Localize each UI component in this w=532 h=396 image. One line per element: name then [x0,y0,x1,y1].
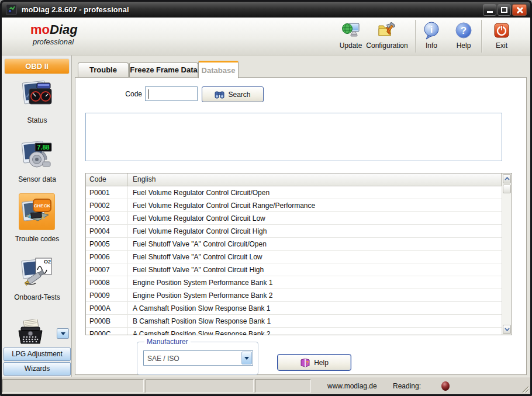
table-body: P0001Fuel Volume Regulator Control Circu… [86,186,502,335]
table-row[interactable]: P0002Fuel Volume Regulator Control Circu… [86,199,502,212]
sensor-data-icon[interactable]: 7.88 [20,138,53,171]
table-row[interactable]: P0007Fuel Shutoff Valve "A" Control Circ… [86,263,502,276]
scrollbar-thumb[interactable] [503,185,511,193]
help-toolbar-button[interactable]: ? Help [451,21,476,54]
sidebar-header-obd2[interactable]: OBD II [4,58,70,74]
table-row[interactable]: P000AA Camshaft Position Slow Response B… [86,302,502,315]
combobox-dropdown-button[interactable] [241,352,252,364]
info-button[interactable]: i Info [419,21,444,54]
manufacturer-selected-value: SAE / ISO [147,355,179,363]
cell-english: Engine Position System Performance Bank … [128,289,502,301]
configuration-button[interactable]: Configuration [364,21,410,54]
titlebar: moDiag 2.8.607 - professional [2,2,530,18]
app-icon[interactable] [6,4,17,15]
tab-trouble-codes[interactable]: Trouble codes [78,62,129,78]
minimize-button[interactable] [483,4,496,16]
trouble-codes-icon[interactable]: CHECK [20,195,53,228]
tab-freeze-frame-data[interactable]: Freeze Frame Data [129,62,198,78]
cell-english: A Camshaft Position Slow Response Bank 2 [128,328,502,335]
scroll-down-button[interactable] [503,325,511,334]
maximize-button[interactable] [498,4,511,16]
search-button[interactable]: Search [202,86,264,102]
cell-code: P0002 [86,199,128,211]
resize-grip[interactable] [520,384,529,393]
sidebar-item-status[interactable]: Status [2,116,72,124]
chevron-down-icon [244,357,249,360]
statusbar-panel [255,379,311,392]
status-icon[interactable] [20,79,53,112]
code-label: Code [99,90,142,98]
table-row[interactable]: P000BB Camshaft Position Slow Response B… [86,315,502,328]
table-row[interactable]: P0005Fuel Shutoff Valve "A" Control Circ… [86,238,502,251]
cell-code: P000C [86,328,128,335]
cell-code: P0004 [86,225,128,237]
sidebar-item-trouble-codes[interactable]: Trouble codes [2,235,72,243]
exit-button[interactable]: Exit [489,21,514,54]
table-row[interactable]: P0001Fuel Volume Regulator Control Circu… [86,186,502,199]
table-row[interactable]: P0003Fuel Volume Regulator Control Circu… [86,212,502,225]
app-window: moDiag 2.8.607 - professional moDiag pro… [0,0,532,396]
cell-code: P0001 [86,186,128,199]
lpg-adjustment-button[interactable]: LPG Adjustment [4,348,71,361]
svg-text:O2: O2 [44,259,51,265]
manufacturer-legend: Manufacturer [144,338,191,346]
typewriter-icon[interactable] [15,319,46,346]
brand-part-red: mo [30,22,50,37]
svg-text:i: i [430,25,433,34]
svg-text:7.88: 7.88 [37,144,49,151]
chevron-up-icon [505,177,510,180]
sidebar-item-sensor-data[interactable]: Sensor data [2,175,72,183]
cell-english: Fuel Volume Regulator Control Circuit Hi… [128,225,502,237]
update-button[interactable]: Update [334,21,368,54]
table-row[interactable]: P0008Engine Position System Performance … [86,276,502,289]
onboard-tests-icon[interactable]: O2 [20,255,53,288]
cell-english: Fuel Shutoff Valve "A" Control Circuit/O… [128,238,502,250]
statusbar: www.modiag.de Reading: [2,377,530,394]
wizards-button[interactable]: Wizards [4,362,71,376]
main-content: Trouble codes Freeze Frame Data Database… [72,55,530,377]
configuration-label: Configuration [366,41,407,50]
brand-part-dark: Diag [50,22,78,37]
result-textbox[interactable] [85,113,502,161]
svg-text:?: ? [461,25,467,36]
dtc-table: Code English P0001Fuel Volume Regulator … [85,173,512,335]
column-header-english[interactable]: English [128,173,502,186]
tab-database[interactable]: Database [198,61,239,78]
column-header-code[interactable]: Code [86,173,128,186]
cell-code: P0005 [86,238,128,250]
cell-english: Fuel Volume Regulator Control Circuit/Op… [128,186,502,199]
help-button[interactable]: ? Help [277,354,351,371]
window-title: moDiag 2.8.607 - professional [22,2,129,18]
typewriter-dropdown-button[interactable] [57,328,69,339]
manufacturer-combobox[interactable]: SAE / ISO [143,350,253,366]
minimize-icon [487,11,493,13]
help-icon: ? [454,21,473,40]
exit-label: Exit [496,41,507,50]
vertical-scrollbar[interactable] [502,173,512,335]
table-row[interactable]: P0004Fuel Volume Regulator Control Circu… [86,225,502,238]
configuration-icon [378,21,396,40]
cell-code: P0009 [86,289,128,301]
toolbar: moDiag professional Update [2,18,530,55]
toolbar-separator [415,20,416,53]
statusbar-website: www.modiag.de [327,382,377,390]
table-row[interactable]: P0009Engine Position System Performance … [86,289,502,302]
help-button-label: Help [314,359,329,367]
chevron-down-icon [61,332,65,335]
table-row[interactable]: P000CA Camshaft Position Slow Response B… [86,328,502,335]
cell-code: P000A [86,302,128,314]
sidebar-item-onboard-tests[interactable]: Onboard-Tests [2,293,72,301]
cell-code: P0007 [86,263,128,276]
brand-subtitle: professional [33,37,74,46]
svg-text:?: ? [306,360,309,366]
sidebar: OBD II Status 7.88 [2,55,72,377]
cell-english: Fuel Shutoff Valve "A" Control Circuit H… [128,263,502,276]
code-input[interactable] [146,87,197,100]
binoculars-icon [215,91,224,99]
scroll-up-button[interactable] [503,174,511,183]
close-button[interactable] [512,4,527,16]
table-row[interactable]: P0006Fuel Shutoff Valve "A" Control Circ… [86,251,502,263]
cell-code: P000B [86,315,128,327]
help-toolbar-label: Help [457,41,471,50]
statusbar-reading-label: Reading: [393,382,421,390]
